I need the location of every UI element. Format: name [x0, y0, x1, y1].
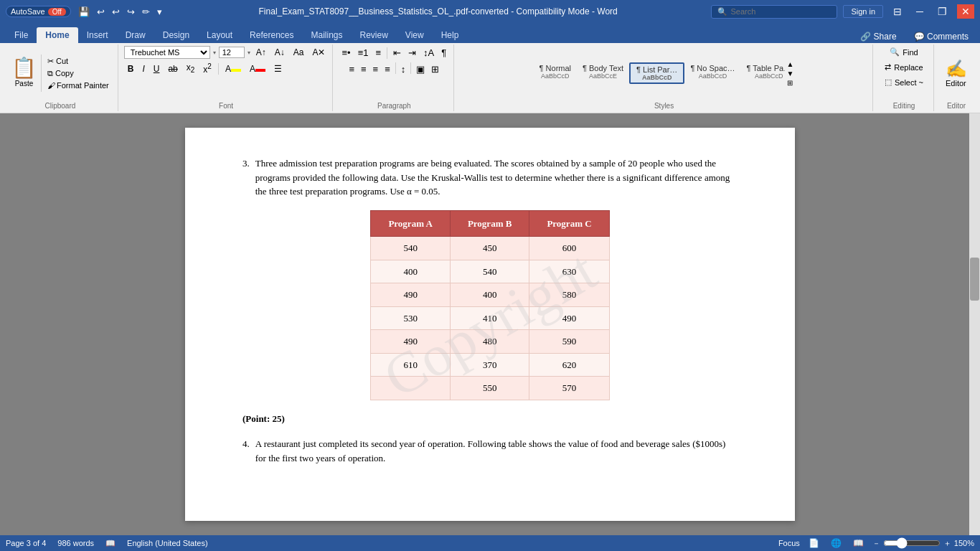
- shading2-btn[interactable]: ▣: [413, 62, 428, 76]
- bullets-btn[interactable]: ≡•: [339, 46, 353, 60]
- document-content[interactable]: 3. Three admission test preparation prog…: [242, 156, 738, 465]
- web-layout-btn[interactable]: 🌐: [828, 537, 844, 549]
- tab-mailings[interactable]: Mailings: [302, 27, 351, 43]
- cut-button[interactable]: ✂ Cut: [44, 56, 112, 67]
- search-input[interactable]: [730, 7, 831, 16]
- q3-number: 3.: [242, 156, 250, 199]
- draw-qat-btn[interactable]: ✏: [139, 5, 153, 19]
- align-sep2: [410, 62, 411, 74]
- strikethrough-btn[interactable]: ab: [164, 63, 181, 75]
- autosave-switch[interactable]: Off: [48, 8, 66, 16]
- tab-file[interactable]: File: [6, 27, 37, 43]
- print-layout-btn[interactable]: 📄: [806, 537, 822, 549]
- tab-insert[interactable]: Insert: [78, 27, 117, 43]
- undo2-qat-btn[interactable]: ↩: [109, 5, 123, 19]
- font-name-select[interactable]: Trebuchet MS: [124, 46, 210, 59]
- select-button[interactable]: ⬚ Select ~: [879, 76, 929, 88]
- tab-references[interactable]: References: [241, 27, 302, 43]
- font-grow-btn[interactable]: A↑: [253, 47, 269, 58]
- para-btns-row2: ≡ ≡ ≡ ≡ ↕ ▣ ⊞: [346, 62, 442, 76]
- paste-button[interactable]: 📋 Paste: [7, 55, 42, 92]
- style-table-para[interactable]: ¶ Table Pa… AaBbCcD: [741, 62, 785, 84]
- font-color-btn[interactable]: A: [246, 63, 269, 75]
- scroll-track[interactable]: [969, 113, 980, 535]
- undo-qat-btn[interactable]: ↩: [94, 5, 108, 19]
- styles-scroll-down[interactable]: ▼: [786, 69, 795, 78]
- bold-btn[interactable]: B: [124, 63, 138, 75]
- ribbon-display-btn[interactable]: ⊟: [889, 4, 906, 19]
- font-separator: [218, 63, 219, 75]
- para-btns-row1: ≡• ≡1 ≡ ⇤ ⇥ ↕A ¶: [339, 46, 449, 60]
- table-cell: 400: [371, 260, 451, 283]
- tab-home[interactable]: Home: [37, 27, 77, 43]
- style-no-space[interactable]: ¶ No Spac… AaBbCcD: [684, 62, 740, 84]
- tab-view[interactable]: View: [397, 27, 433, 43]
- restore-btn[interactable]: ❐: [933, 4, 951, 19]
- document-area: Copyright 3. Three admission test prepar…: [0, 113, 980, 535]
- styles-expand-btn[interactable]: ⊞: [786, 78, 795, 88]
- font-size-input[interactable]: [219, 47, 245, 58]
- copy-button[interactable]: ⧉ Copy: [44, 68, 112, 79]
- format-painter-button[interactable]: 🖌 Format Painter: [44, 80, 112, 90]
- underline-btn[interactable]: U: [150, 63, 164, 75]
- text-highlight-btn[interactable]: A: [222, 63, 245, 75]
- change-case-btn[interactable]: Aa: [291, 47, 307, 58]
- styles-scroll-up[interactable]: ▲: [786, 60, 795, 69]
- more-qat-btn[interactable]: ▾: [154, 5, 165, 19]
- table-cell: 410: [450, 306, 529, 330]
- autosave-toggle[interactable]: AutoSave Off: [6, 6, 71, 17]
- title-bar: AutoSave Off 💾 ↩ ↩ ↪ ✏ ▾ Final_Exam_STAT…: [0, 0, 980, 23]
- align-center-btn[interactable]: ≡: [358, 62, 369, 76]
- italic-btn[interactable]: I: [138, 63, 148, 75]
- superscript-btn[interactable]: x2: [199, 62, 215, 75]
- font-shrink-btn[interactable]: A↓: [272, 47, 288, 58]
- style-normal[interactable]: ¶ Normal AaBbCcD: [534, 62, 577, 84]
- tab-review[interactable]: Review: [352, 27, 397, 43]
- spelling-icon[interactable]: 📖: [105, 539, 116, 548]
- style-body-text[interactable]: ¶ Body Text AaBbCcE: [577, 62, 629, 84]
- zoom-out-btn[interactable]: －: [872, 538, 880, 549]
- tab-help[interactable]: Help: [433, 27, 468, 43]
- signin-button[interactable]: Sign in: [843, 5, 883, 18]
- zoom-in-btn[interactable]: ＋: [943, 538, 951, 549]
- redo-qat-btn[interactable]: ↪: [124, 5, 138, 19]
- clipboard-group-content: 📋 Paste ✂ Cut ⧉ Copy 🖌 Format Painter: [7, 55, 113, 92]
- editor-button[interactable]: ✍ Editor: [940, 56, 973, 90]
- table-cell: 400: [450, 283, 529, 307]
- language[interactable]: English (United States): [127, 539, 208, 547]
- line-spacing-btn[interactable]: ↕: [398, 62, 409, 76]
- multilevel-btn[interactable]: ≡: [372, 46, 384, 60]
- close-btn[interactable]: ✕: [957, 4, 974, 19]
- clear-format-btn[interactable]: A✕: [309, 47, 328, 58]
- autosave-label: AutoSave: [11, 7, 45, 16]
- subscript-btn[interactable]: x2: [183, 62, 199, 75]
- share-button[interactable]: 🔗 Share: [854, 30, 902, 43]
- para-sep1: [387, 47, 387, 59]
- tab-design[interactable]: Design: [154, 27, 198, 43]
- style-list-para[interactable]: ¶ List Par… AaBbCcD: [629, 62, 684, 84]
- tab-layout[interactable]: Layout: [198, 27, 241, 43]
- find-button[interactable]: 🔍 Find: [884, 46, 923, 58]
- align-justify-btn[interactable]: ≡: [382, 62, 393, 76]
- save-qat-btn[interactable]: 💾: [75, 5, 93, 19]
- zoom-level[interactable]: 150%: [954, 539, 974, 547]
- col-header-c: Program C: [529, 210, 609, 237]
- align-left-btn[interactable]: ≡: [346, 62, 357, 76]
- comments-button[interactable]: 💬 Comments: [908, 30, 974, 43]
- styles-scroll: ▲ ▼ ⊞: [786, 60, 795, 88]
- sort-btn[interactable]: ↕A: [420, 46, 437, 60]
- read-layout-btn[interactable]: 📖: [850, 537, 867, 549]
- minimize-btn[interactable]: ─: [912, 4, 928, 19]
- tab-draw[interactable]: Draw: [117, 27, 154, 43]
- numbering-btn[interactable]: ≡1: [355, 46, 372, 60]
- align-right-btn[interactable]: ≡: [370, 62, 382, 76]
- shading-btn[interactable]: ☰: [270, 63, 286, 75]
- focus-btn[interactable]: Focus: [778, 539, 800, 547]
- decrease-indent-btn[interactable]: ⇤: [390, 46, 404, 60]
- show-formatting-btn[interactable]: ¶: [438, 46, 449, 60]
- scroll-thumb[interactable]: [970, 258, 979, 301]
- borders-btn[interactable]: ⊞: [428, 62, 442, 76]
- replace-button[interactable]: ⇄ Replace: [879, 61, 928, 73]
- zoom-slider[interactable]: [883, 537, 941, 549]
- increase-indent-btn[interactable]: ⇥: [405, 46, 419, 60]
